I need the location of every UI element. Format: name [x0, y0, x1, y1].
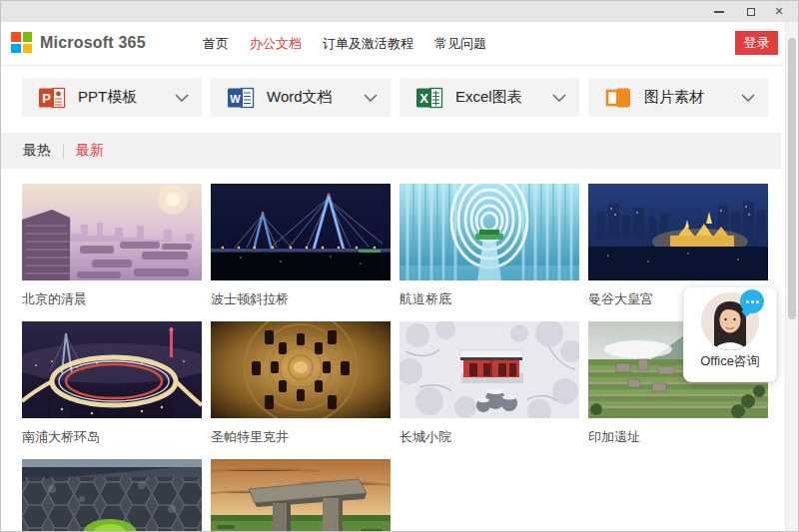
image-gallery: 北京的清晨 — [22, 184, 768, 532]
thumbnail-st-patrick-well[interactable] — [211, 321, 391, 418]
chevron-down-icon — [364, 94, 378, 102]
caption: 长城小院 — [400, 428, 579, 446]
thumbnail-nanpu-spiral[interactable] — [22, 321, 202, 418]
nav-item-office-docs[interactable]: 办公文档 — [250, 35, 302, 53]
thumbnail-boston-bridge[interactable] — [211, 184, 391, 280]
maximize-icon — [747, 8, 755, 16]
typing-dots-icon — [746, 300, 759, 303]
gallery-item — [211, 459, 391, 532]
powerpoint-icon: P — [39, 86, 66, 110]
gallery-item: 长城小院 — [400, 321, 579, 459]
main-nav: 首页 办公文档 订单及激活教程 常见问题 — [203, 22, 486, 66]
gallery-item — [22, 459, 202, 532]
category-row: P PPT模板 W Word文档 X — [22, 78, 768, 117]
title-bar[interactable]: ✕ — [1, 1, 798, 22]
caption: 波士顿斜拉桥 — [211, 290, 391, 308]
app-window: ✕ Microsoft 365 首页 办公文档 订单及激活教程 常见问题 登录 … — [0, 0, 799, 532]
filter-band: 最热 最新 — [1, 133, 782, 169]
category-ppt[interactable]: P PPT模板 — [22, 78, 202, 117]
excel-icon: X — [416, 86, 443, 110]
chat-label: Office咨询 — [684, 352, 776, 370]
minimize-icon — [714, 11, 724, 13]
brand: Microsoft 365 — [11, 32, 146, 53]
svg-text:X: X — [419, 91, 428, 106]
caption: 航道桥底 — [400, 290, 579, 308]
nav-item-home[interactable]: 首页 — [203, 35, 229, 53]
maximize-button[interactable] — [736, 1, 766, 22]
chevron-down-icon — [552, 94, 566, 102]
close-icon: ✕ — [774, 5, 783, 18]
category-ppt-label: PPT模板 — [78, 88, 175, 107]
gallery-item: 航道桥底 — [400, 184, 579, 321]
filter-new[interactable]: 最新 — [76, 142, 104, 160]
svg-text:P: P — [42, 91, 51, 106]
picture-icon — [605, 86, 632, 110]
caption: 印加遗址 — [588, 428, 768, 446]
category-word[interactable]: W Word文档 — [211, 78, 391, 117]
thumbnail-bangkok-palace[interactable] — [588, 184, 768, 280]
gallery-item: 波士顿斜拉桥 — [211, 184, 391, 321]
caption: 南浦大桥环岛 — [22, 428, 202, 446]
chevron-down-icon — [175, 94, 189, 102]
thumbnail-channel-bridge[interactable] — [400, 184, 579, 280]
minimize-button[interactable] — [704, 1, 734, 22]
scrollbar-thumb[interactable] — [788, 38, 796, 319]
header: Microsoft 365 首页 办公文档 订单及激活教程 常见问题 登录 — [1, 22, 798, 66]
microsoft-logo-icon — [11, 32, 32, 53]
vertical-scrollbar[interactable] — [785, 22, 798, 532]
thumbnail-dolmen[interactable] — [211, 459, 391, 532]
category-excel[interactable]: X Excel图表 — [400, 78, 579, 117]
gallery-item: 北京的清晨 — [22, 184, 202, 321]
svg-text:W: W — [230, 92, 241, 104]
caption: 圣帕特里克井 — [211, 428, 391, 446]
nav-item-orders[interactable]: 订单及激活教程 — [323, 35, 413, 53]
gallery-item: 南浦大桥环岛 — [22, 321, 202, 459]
caption: 北京的清晨 — [22, 290, 202, 308]
filter-hot[interactable]: 最热 — [23, 142, 51, 160]
thumbnail-beijing-morning[interactable] — [22, 184, 202, 280]
thumbnail-giants-causeway[interactable] — [22, 459, 202, 532]
thumbnail-greatwall-courtyard[interactable] — [400, 321, 579, 418]
word-icon: W — [228, 86, 255, 110]
brand-name: Microsoft 365 — [40, 34, 146, 52]
category-excel-label: Excel图表 — [455, 88, 552, 107]
category-pictures-label: 图片素材 — [644, 88, 741, 107]
category-word-label: Word文档 — [267, 88, 364, 107]
category-pictures[interactable]: 图片素材 — [588, 78, 768, 117]
gallery-item: 圣帕特里克井 — [211, 321, 391, 459]
nav-item-faq[interactable]: 常见问题 — [434, 35, 486, 53]
login-button[interactable]: 登录 — [735, 31, 778, 55]
chat-bubble-icon — [740, 289, 764, 313]
filter-divider — [63, 144, 64, 159]
chevron-down-icon — [741, 94, 755, 102]
chat-widget[interactable]: Office咨询 — [683, 286, 777, 382]
close-button[interactable]: ✕ — [764, 1, 794, 22]
